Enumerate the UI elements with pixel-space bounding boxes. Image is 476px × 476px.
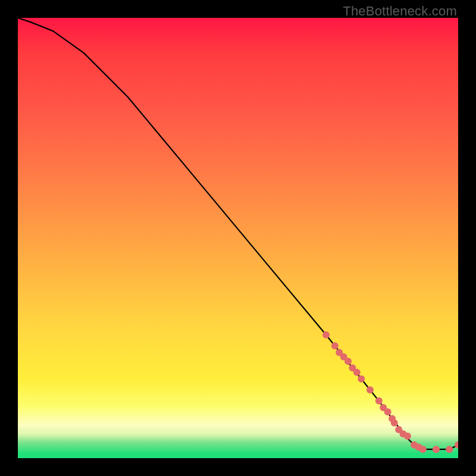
data-marker xyxy=(384,408,392,415)
attribution-text: TheBottleneck.com xyxy=(343,4,457,19)
marker-group xyxy=(322,331,458,453)
data-marker xyxy=(353,369,361,376)
main-curve xyxy=(18,18,458,449)
data-marker xyxy=(345,358,352,365)
data-marker xyxy=(331,342,339,349)
chart-frame: TheBottleneck.com xyxy=(0,0,476,476)
data-marker xyxy=(446,446,453,453)
data-marker xyxy=(367,386,374,393)
data-marker xyxy=(419,446,427,453)
data-marker xyxy=(404,433,411,440)
data-marker xyxy=(375,397,383,405)
chart-overlay xyxy=(18,18,458,458)
data-marker xyxy=(391,419,398,427)
data-marker xyxy=(455,441,458,449)
data-marker xyxy=(358,375,365,383)
data-marker xyxy=(322,331,330,339)
data-marker xyxy=(433,446,440,453)
